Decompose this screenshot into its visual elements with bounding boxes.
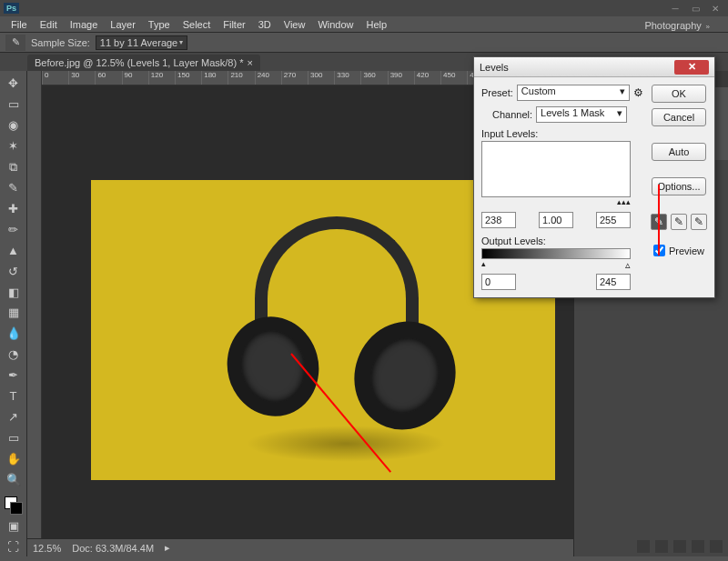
sample-size-select[interactable]: 11 by 11 Average▾ <box>96 35 187 50</box>
tab-close-icon[interactable]: × <box>247 57 252 68</box>
menu-filter[interactable]: Filter <box>217 17 250 32</box>
headphones-graphic <box>228 216 455 435</box>
panel-icon[interactable] <box>637 540 650 553</box>
white-eyedropper-icon[interactable]: ✎ <box>691 214 707 230</box>
menu-select[interactable]: Select <box>177 17 217 32</box>
panel-icon[interactable] <box>655 540 668 553</box>
eyedropper-tool-icon[interactable]: ✎ <box>5 35 25 51</box>
stamp-tool-icon[interactable]: ▲ <box>4 241 24 259</box>
dialog-titlebar[interactable]: Levels ✕ <box>474 57 714 77</box>
statusbar-arrow-icon[interactable]: ▸ <box>165 542 170 554</box>
color-swatch[interactable] <box>5 496 23 515</box>
output-gradient[interactable] <box>481 248 631 259</box>
panel-icon[interactable] <box>710 540 723 553</box>
move-tool-icon[interactable]: ✥ <box>4 75 24 93</box>
quickmask-icon[interactable]: ▣ <box>4 517 24 536</box>
document-tab[interactable]: Before.jpg @ 12.5% (Levels 1, Layer Mask… <box>27 55 260 71</box>
menu-layer[interactable]: Layer <box>105 17 141 32</box>
output-levels-label: Output Levels: <box>481 235 643 246</box>
output-black-field[interactable] <box>481 274 516 290</box>
options-bar: ✎ Sample Size: 11 by 11 Average▾ <box>0 33 728 53</box>
preset-select[interactable]: Custom▾ <box>517 85 630 101</box>
ps-icon: Ps <box>4 3 19 14</box>
app-titlebar: Ps ─ ▭ ✕ <box>0 0 728 16</box>
options-button[interactable]: Options... <box>652 177 706 195</box>
hand-tool-icon[interactable]: ✋ <box>4 449 24 467</box>
input-mid-field[interactable] <box>539 212 573 228</box>
output-white-field[interactable] <box>596 274 631 290</box>
gray-eyedropper-icon[interactable]: ✎ <box>671 214 687 230</box>
maximize-icon[interactable]: ▭ <box>686 2 704 15</box>
menu-file[interactable]: File <box>5 17 33 32</box>
preset-label: Preset: <box>481 87 513 98</box>
doc-info: Doc: 63.3M/84.4M <box>72 543 154 554</box>
eraser-tool-icon[interactable]: ◧ <box>4 283 24 301</box>
path-tool-icon[interactable]: ↗ <box>4 408 24 426</box>
eyedropper-tool-icon[interactable]: ✎ <box>4 179 24 197</box>
levels-dialog: Levels ✕ Preset: Custom▾ ⚙ Channel: Leve… <box>473 56 715 298</box>
dialog-close-button[interactable]: ✕ <box>674 60 709 75</box>
sample-size-label: Sample Size: <box>31 37 90 48</box>
screenmode-icon[interactable]: ⛶ <box>4 538 24 556</box>
panel-icon[interactable] <box>673 540 686 553</box>
menu-image[interactable]: Image <box>65 17 104 32</box>
blur-tool-icon[interactable]: 💧 <box>4 325 24 343</box>
channel-select[interactable]: Levels 1 Mask▾ <box>536 106 627 123</box>
panel-icon[interactable] <box>692 540 704 553</box>
menubar: File Edit Image Layer Type Select Filter… <box>0 16 728 33</box>
history-brush-icon[interactable]: ↺ <box>4 262 24 280</box>
input-black-field[interactable] <box>481 212 516 228</box>
workspace-label[interactable]: Photography » <box>644 20 710 31</box>
close-icon[interactable]: ✕ <box>706 2 724 15</box>
menu-view[interactable]: View <box>278 17 311 32</box>
auto-button[interactable]: Auto <box>652 143 706 161</box>
channel-label: Channel: <box>492 109 532 120</box>
menu-help[interactable]: Help <box>361 17 393 32</box>
annotation-arrow <box>658 185 660 255</box>
pen-tool-icon[interactable]: ✒ <box>4 366 24 385</box>
gradient-tool-icon[interactable]: ▦ <box>4 304 24 322</box>
minimize-icon[interactable]: ─ <box>666 2 684 15</box>
ok-button[interactable]: OK <box>652 85 706 103</box>
dialog-title: Levels <box>480 62 509 73</box>
histogram-display[interactable] <box>481 141 631 197</box>
brush-tool-icon[interactable]: ✏ <box>4 220 24 238</box>
lasso-tool-icon[interactable]: ◉ <box>4 116 24 135</box>
menu-edit[interactable]: Edit <box>35 17 63 32</box>
marquee-tool-icon[interactable]: ▭ <box>4 95 24 114</box>
dodge-tool-icon[interactable]: ◔ <box>4 346 24 364</box>
gear-icon[interactable]: ⚙ <box>633 86 643 99</box>
input-levels-label: Input Levels: <box>481 128 643 139</box>
preview-label: Preview <box>669 245 704 256</box>
input-white-field[interactable] <box>596 212 631 228</box>
menu-3d[interactable]: 3D <box>253 17 277 32</box>
menu-type[interactable]: Type <box>143 17 176 32</box>
status-bar: 12.5% Doc: 63.3M/84.4M ▸ <box>27 538 573 556</box>
ruler-vertical <box>27 71 42 556</box>
type-tool-icon[interactable]: T <box>4 387 24 406</box>
zoom-tool-icon[interactable]: 🔍 <box>4 470 24 488</box>
cancel-button[interactable]: Cancel <box>652 108 706 126</box>
shape-tool-icon[interactable]: ▭ <box>4 428 24 446</box>
crop-tool-icon[interactable]: ⧉ <box>4 158 24 176</box>
wand-tool-icon[interactable]: ✶ <box>4 137 24 155</box>
menu-window[interactable]: Window <box>312 17 359 32</box>
healing-tool-icon[interactable]: ✚ <box>4 199 24 217</box>
tools-panel: ✥ ▭ ◉ ✶ ⧉ ✎ ✚ ✏ ▲ ↺ ◧ ▦ 💧 ◔ ✒ T ↗ ▭ ✋ 🔍 … <box>0 71 27 556</box>
zoom-level[interactable]: 12.5% <box>33 543 61 554</box>
